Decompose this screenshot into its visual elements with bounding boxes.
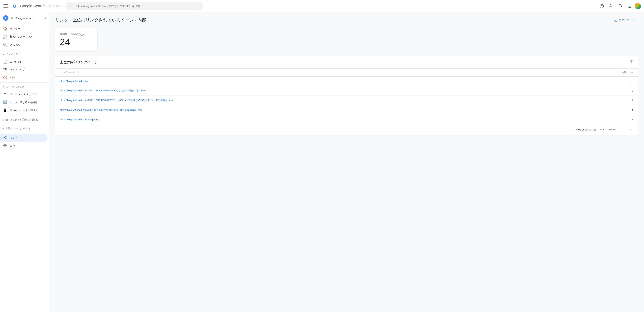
avatar[interactable]: [635, 3, 641, 9]
sidebar-divider-4: [0, 124, 49, 124]
next-page-button[interactable]: [627, 127, 633, 133]
links-table-card: 上位の内部リンクページ ターゲット ページ ↓ 内部リンク: [55, 56, 638, 135]
export-button[interactable]: エクスポート: [611, 17, 638, 23]
table-row[interactable]: https://blog.yotiosoft.com/2021/11/08/Ch…: [55, 86, 638, 96]
info-icon[interactable]: ?: [80, 33, 84, 36]
links-table: ターゲット ページ ↓ 内部リンク https://blog.yotiosoft…: [55, 69, 638, 124]
sidebar-item-sitemap[interactable]: 🗺 サイトマップ: [0, 66, 48, 73]
menu-button[interactable]: [3, 2, 11, 10]
svg-point-7: [628, 4, 629, 5]
sidebar-item-links[interactable]: リンク: [0, 134, 48, 142]
google-logo-icon: G: [11, 2, 18, 10]
trending-icon: 📈: [3, 35, 7, 39]
pagination: 1 ページあたりの行数： 25 ▾ 1〜5/5: [55, 124, 638, 135]
section-label: エクスペリエンス: [6, 85, 24, 88]
sidebar-section-legacy[interactable]: › 以前のツールとレポート: [0, 125, 49, 132]
notifications-button[interactable]: [616, 2, 624, 10]
sidebar-section-index[interactable]: ▾ インデックス: [0, 50, 49, 58]
chevron-right-icon: [629, 128, 632, 131]
cell-links: 1: [545, 105, 638, 115]
accounts-button[interactable]: [607, 2, 615, 10]
table-header-row: ターゲット ページ ↓ 内部リンク: [55, 69, 638, 77]
column-header-internal-links[interactable]: ↓ 内部リンク: [545, 69, 638, 77]
table-title: 上位の内部リンクページ: [60, 60, 98, 64]
sidebar-item-label: ウェブに関する主な指標: [10, 101, 38, 104]
section-label: セキュリティと手動による対策: [6, 118, 38, 121]
chevron-left-icon: [622, 128, 625, 131]
section-label: インデックス: [6, 52, 20, 56]
sidebar-item-page-experience[interactable]: ⚙ ページ エクスペリエンス: [0, 90, 48, 98]
help-button[interactable]: [598, 2, 606, 10]
breadcrumb-current: 上位のリンクされているページ - 内部: [73, 17, 146, 23]
cell-url: https://blog.yotiosoft.com/2021/10/19/HS…: [55, 96, 545, 105]
sidebar-section-experience[interactable]: ▾ エクスペリエンス: [0, 83, 49, 90]
sidebar-item-coverage[interactable]: 📄 カバレッジ: [0, 58, 48, 66]
table-row[interactable]: https://blog.yotiosoft.com/ 18: [55, 77, 638, 86]
accounts-icon: [609, 4, 613, 8]
cell-links: 2: [545, 96, 638, 105]
help-icon: [600, 4, 604, 8]
filter-icon[interactable]: [630, 60, 633, 64]
svg-point-16: [5, 136, 6, 137]
svg-point-9: [630, 4, 631, 5]
chevron-down-icon: ▾: [603, 128, 604, 131]
rows-per-page-select[interactable]: 25 ▾: [600, 128, 604, 131]
home-icon: 🏠: [3, 27, 7, 31]
svg-text:G: G: [13, 4, 16, 8]
rows-per-page-label: 1 ページあたりの行数：: [573, 128, 598, 131]
chevron-down-icon: ▾: [3, 53, 4, 56]
links-icon: [3, 136, 7, 140]
bell-icon: [618, 4, 622, 8]
chevron-down-icon: ▾: [3, 85, 4, 88]
sort-desc-icon: ↓: [619, 71, 620, 74]
page-range: 1〜5/5: [609, 128, 616, 131]
apps-icon: [627, 4, 632, 8]
sidebar-divider-5: [0, 133, 49, 133]
svg-line-3: [71, 7, 71, 7]
svg-point-13: [628, 7, 629, 8]
svg-line-20: [4, 137, 5, 137]
section-label: 以前のツールとレポート: [6, 127, 31, 130]
chevron-down-icon: ▾: [44, 16, 46, 20]
breadcrumb-parent[interactable]: リンク: [55, 17, 68, 23]
sidebar-item-mobile-usability[interactable]: 📱 モバイル ユーザビリティ: [0, 106, 48, 115]
sidebar-item-search-performance[interactable]: 📈 検索パフォーマンス: [0, 33, 48, 41]
svg-point-10: [628, 6, 629, 6]
sidebar-section-security[interactable]: › セキュリティと手動による対策: [0, 116, 49, 123]
sidebar-item-web-vitals[interactable]: 🔄 ウェブに関する主な指標: [0, 98, 48, 106]
main-content: リンク › 上位のリンクされているページ - 内部 エクスポート 内部リンクの総…: [49, 12, 644, 312]
logo-area: G Google Search Console: [11, 2, 60, 10]
sidebar-item-removal[interactable]: 🚫 削除: [0, 73, 48, 82]
sidebar-item-label: 設定: [10, 145, 15, 148]
sidebar-item-summary[interactable]: 🏠 サマリー: [0, 25, 48, 33]
sidebar-item-label: リンク: [10, 136, 18, 140]
download-icon: [614, 18, 618, 22]
web-vitals-icon: 🔄: [3, 100, 7, 105]
cell-links: 18: [545, 77, 638, 86]
sitemap-icon: 🗺: [3, 68, 7, 72]
stats-label: 内部リンクの総数 ?: [60, 32, 93, 36]
chevron-right-icon: ›: [3, 118, 4, 121]
table-row[interactable]: https://blog.yotiosoft.com/2021/10/19/HS…: [55, 96, 638, 105]
apps-button[interactable]: [626, 2, 633, 10]
header-actions: [598, 2, 641, 10]
removal-icon: 🚫: [3, 75, 7, 80]
breadcrumb: リンク › 上位のリンクされているページ - 内部: [55, 17, 146, 23]
search-bar[interactable]: [65, 2, 203, 10]
site-selector[interactable]: b https://blog.yotiosoft... ▾: [0, 14, 49, 23]
cell-links: 1: [545, 115, 638, 124]
stats-value: 24: [60, 37, 93, 47]
table-row[interactable]: https://blog.yotiosoft.com/2021/08/28/応用…: [55, 105, 638, 115]
sidebar-item-label: URL 検査: [10, 43, 20, 46]
hamburger-icon: [4, 4, 8, 8]
search-input[interactable]: [73, 4, 200, 8]
app-title: Google Search Console: [20, 4, 60, 8]
prev-page-button[interactable]: [620, 127, 626, 133]
svg-point-8: [629, 4, 630, 5]
svg-point-18: [5, 138, 6, 139]
sidebar-item-label: 削除: [10, 76, 15, 79]
sidebar-item-url-inspection[interactable]: 🔍 URL 検査: [0, 41, 48, 49]
table-row[interactable]: https://blog.yotiosoft.com/blog/page2/ 1: [55, 115, 638, 124]
sidebar-item-label: サマリー: [10, 27, 20, 30]
sidebar-item-settings[interactable]: 設定: [0, 142, 48, 150]
